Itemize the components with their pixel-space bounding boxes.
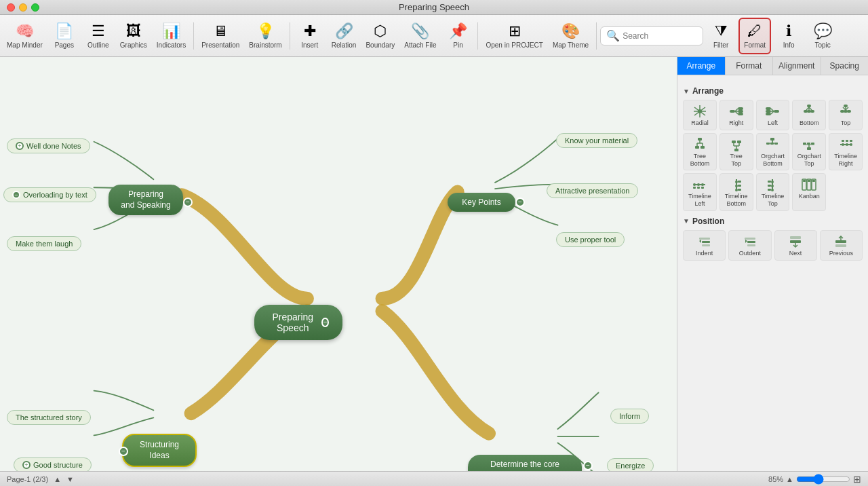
panel-content: ▼ Arrange	[677, 75, 868, 471]
arrange-left[interactable]: Left	[756, 100, 790, 130]
right-icon	[728, 103, 745, 119]
toolbar-item-insert[interactable]: ✚ Insert	[294, 18, 326, 54]
toolbar-item-indicators[interactable]: 📊 Indicators	[153, 18, 190, 54]
tab-format[interactable]: Format	[726, 57, 774, 75]
arrange-section-title: Arrange	[692, 86, 724, 96]
svg-rect-15	[738, 113, 743, 115]
arrange-timeline-left[interactable]: TimelineLeft	[683, 173, 717, 211]
branch-determine[interactable]: Determine the core purpose	[468, 455, 582, 471]
map-minder-icon: 🧠	[16, 22, 34, 40]
search-input[interactable]	[623, 31, 697, 41]
format-icon: 🖊	[747, 22, 762, 40]
arrange-right[interactable]: Right	[719, 100, 753, 130]
svg-rect-68	[842, 140, 844, 142]
collapse-key-points[interactable]: −	[515, 198, 525, 207]
position-outdent[interactable]: Outdent	[728, 230, 771, 261]
toolbar-item-info[interactable]: ℹ Info	[772, 18, 805, 54]
position-indent[interactable]: Indent	[683, 230, 726, 261]
arrange-tree-top[interactable]: TreeTop	[719, 133, 753, 171]
arrange-orgchart-top[interactable]: OrgchartTop	[792, 133, 826, 171]
toolbar-label-topic: Topic	[814, 41, 830, 49]
left-label: Left	[768, 119, 778, 127]
tab-arrange[interactable]: Arrange	[677, 57, 726, 75]
collapse-structuring[interactable]: −	[119, 447, 128, 456]
toolbar-item-open-project[interactable]: ⊞ Open in PROJECT	[481, 18, 547, 54]
arrange-bottom[interactable]: Bottom	[792, 100, 826, 130]
page-nav-down[interactable]: ▼	[66, 475, 74, 483]
toolbar-item-map-theme[interactable]: 🎨 Map Theme	[549, 18, 593, 54]
toolbar-item-attach-file[interactable]: 📎 Attach File	[400, 18, 440, 54]
boundary-icon: ⬡	[374, 22, 387, 40]
arrange-kanban[interactable]: Kanban	[792, 173, 826, 211]
central-collapse[interactable]: −	[321, 318, 329, 327]
expand-good-structure[interactable]: +	[22, 461, 31, 469]
radial-label: Radial	[691, 119, 709, 127]
toolbar-item-relation[interactable]: 🔗 Relation	[328, 18, 361, 54]
arrange-tree-bottom[interactable]: TreeBottom	[683, 133, 717, 171]
leaf-good-structure[interactable]: + Good structure	[14, 457, 92, 471]
search-icon: 🔍	[606, 29, 620, 42]
toolbar-item-boundary[interactable]: ⬡ Boundary	[361, 18, 399, 54]
collapse-overloading[interactable]: −	[12, 191, 20, 199]
leaf-well-done[interactable]: + Well done Notes	[7, 138, 90, 153]
minimize-button[interactable]	[19, 3, 27, 12]
leaf-energize[interactable]: Energize	[607, 458, 654, 471]
next-icon	[787, 233, 804, 250]
arrange-timeline-bottom[interactable]: TimelineBottom	[719, 173, 753, 211]
position-next[interactable]: Next	[774, 230, 817, 261]
leaf-attractive[interactable]: Attractive presentation	[547, 183, 638, 198]
maximize-button[interactable]	[31, 3, 39, 12]
zoom-slider[interactable]	[796, 474, 850, 485]
svg-point-65	[842, 143, 844, 146]
leaf-laugh[interactable]: Make them laugh	[7, 236, 81, 251]
page-nav-up[interactable]: ▲	[54, 475, 61, 483]
arrange-radial[interactable]: Radial	[683, 100, 717, 130]
toolbar-item-pages[interactable]: 📄 Pages	[48, 18, 81, 54]
tab-spacing[interactable]: Spacing	[821, 57, 869, 75]
close-button[interactable]	[7, 3, 15, 12]
toolbar-separator-4	[596, 22, 597, 50]
indicators-icon: 📊	[162, 22, 180, 40]
leaf-laugh-label: Make them laugh	[16, 240, 73, 248]
zoom-up[interactable]: ▲	[786, 475, 793, 483]
toolbar-label-brainstorm: Brainstorm	[249, 41, 281, 49]
toolbar-item-outline[interactable]: ☰ Outline	[82, 18, 115, 54]
left-icon	[764, 103, 781, 119]
canvas[interactable]: Preparing Speech − Preparingand Speaking…	[0, 57, 677, 471]
zoom-fit-icon[interactable]: ⊞	[853, 474, 861, 485]
arrange-orgchart-bottom[interactable]: OrgchartBottom	[756, 133, 790, 171]
toolbar-item-brainstorm[interactable]: 💡 Brainstorm	[245, 18, 285, 54]
toolbar-item-pin[interactable]: 📌 Pin	[441, 18, 474, 54]
arrange-timeline-top[interactable]: TimelineTop	[756, 173, 790, 211]
leaf-structured-story[interactable]: The structured story	[7, 410, 91, 425]
arrange-top[interactable]: Top	[829, 100, 863, 130]
window-controls[interactable]	[7, 3, 39, 12]
expand-well-done[interactable]: +	[16, 142, 24, 150]
position-previous[interactable]: Previous	[820, 230, 863, 261]
central-node[interactable]: Preparing Speech −	[254, 305, 342, 340]
collapse-determine[interactable]: −	[583, 461, 593, 470]
toolbar-item-topic[interactable]: 💬 Topic	[806, 18, 839, 54]
toolbar: 🧠 Map Minder 📄 Pages ☰ Outline 🖼 Graphic…	[0, 15, 868, 57]
leaf-inform-label: Inform	[619, 412, 640, 420]
branch-preparing[interactable]: Preparingand Speaking	[108, 185, 183, 215]
branch-structuring[interactable]: StructuringIdeas	[122, 434, 197, 467]
radial-icon	[692, 103, 708, 119]
collapse-preparing[interactable]: −	[183, 198, 193, 207]
toolbar-item-presentation[interactable]: 🖥 Presentation	[197, 18, 243, 54]
toolbar-item-filter[interactable]: ⧩ Filter	[705, 18, 737, 54]
leaf-know[interactable]: Know your material	[556, 133, 637, 148]
arrange-timeline-right[interactable]: TimelineRight	[829, 133, 863, 171]
tree-bottom-label: TreeBottom	[690, 153, 710, 168]
tab-alignment[interactable]: Alignment	[773, 57, 821, 75]
leaf-proper-tool[interactable]: Use proper tool	[556, 232, 625, 247]
toolbar-item-map-minder[interactable]: 🧠 Map Minder	[3, 18, 47, 54]
branch-key-points[interactable]: Key Points	[448, 193, 515, 212]
search-bar[interactable]: 🔍	[600, 26, 703, 45]
svg-rect-20	[766, 107, 771, 110]
leaf-inform[interactable]: Inform	[610, 409, 649, 424]
toolbar-item-format[interactable]: 🖊 Format	[738, 18, 771, 54]
toolbar-item-graphics[interactable]: 🖼 Graphics	[116, 18, 151, 54]
top-label: Top	[841, 119, 851, 127]
leaf-overloading[interactable]: − Overloading by text	[3, 187, 96, 202]
